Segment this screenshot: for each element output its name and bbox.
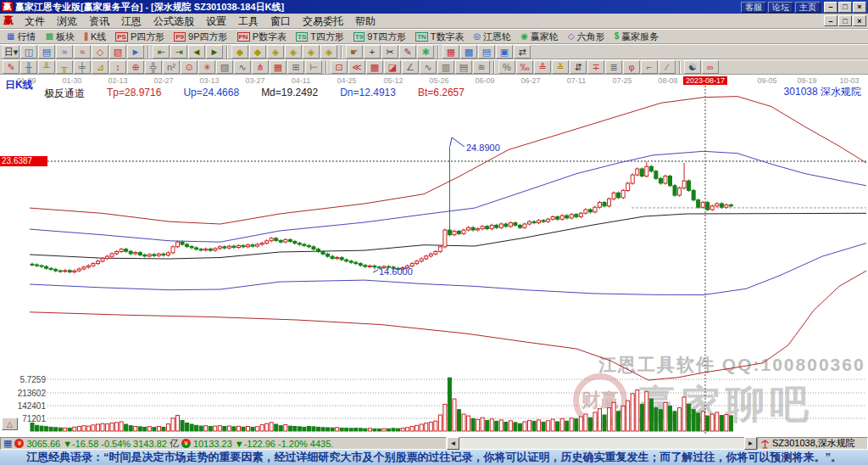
- indicator-grid-icon[interactable]: ▧: [109, 45, 126, 59]
- last-bar-icon[interactable]: ⇥: [170, 45, 187, 59]
- golden-up-icon[interactable]: ≙: [534, 60, 551, 74]
- angle-tool-icon[interactable]: ⊿: [92, 60, 108, 74]
- gann-square-6-icon[interactable]: ◈: [320, 45, 337, 59]
- calculator-tool-icon[interactable]: ▩: [460, 45, 477, 59]
- fork-tool-icon[interactable]: ⋔: [252, 60, 269, 74]
- menu-item-帮助[interactable]: 帮助: [349, 14, 381, 28]
- gann-square-2-icon[interactable]: ◆: [249, 45, 266, 59]
- step-tool-icon[interactable]: ⌐: [641, 60, 658, 74]
- chart-region[interactable]: 江恩工具软件 QQ:100800360 财赢 赢家聊吧 01-0901-3002…: [0, 75, 868, 436]
- fib-grid-icon[interactable]: ▦: [270, 60, 287, 74]
- menu-item-交易委托[interactable]: 交易委托: [297, 14, 349, 28]
- period-day-dropdown-icon[interactable]: 日▾: [3, 45, 19, 59]
- report-tool-icon[interactable]: ▤: [478, 45, 495, 59]
- wave-line-icon[interactable]: ∿: [420, 60, 437, 74]
- chart-hscrollbar[interactable]: ◄ ►: [447, 437, 757, 450]
- minimize-button[interactable]: –: [824, 15, 837, 26]
- titlebar-link-客服[interactable]: 客服: [741, 2, 766, 13]
- menu-item-江恩[interactable]: 江恩: [115, 14, 147, 28]
- gann-square-4-icon[interactable]: ◈: [285, 45, 302, 59]
- close-button[interactable]: ×: [853, 2, 866, 13]
- trend-line-blue-icon[interactable]: ≈: [56, 45, 73, 59]
- crosshair-tool-icon[interactable]: +: [364, 45, 381, 59]
- levels-tool-icon[interactable]: ≣: [605, 60, 622, 74]
- minimize-button[interactable]: –: [824, 2, 837, 13]
- scroll-track[interactable]: [459, 437, 744, 450]
- price-scale-icon[interactable]: ╪: [74, 60, 91, 74]
- ruler-grid-icon[interactable]: ╬: [145, 60, 162, 74]
- grid-dense-icon[interactable]: ▥: [437, 60, 454, 74]
- cut-tool-icon[interactable]: ✂: [381, 45, 398, 59]
- toolbar-button-winner-wheel[interactable]: ◉赢家轮: [516, 30, 563, 43]
- target-tool-icon[interactable]: ⊙: [181, 60, 198, 74]
- draw-pen-icon[interactable]: ✎: [3, 60, 19, 74]
- star-tool-icon[interactable]: ✳: [198, 60, 215, 74]
- gann-grid-icon[interactable]: ╫: [20, 60, 37, 74]
- permille-tool-icon[interactable]: ‰: [516, 60, 533, 74]
- wave-tool-icon[interactable]: ∿: [234, 60, 251, 74]
- toolbar-button-gann-wheel[interactable]: ◎江恩轮: [470, 30, 516, 43]
- mesh-tool-icon[interactable]: ▩: [366, 60, 383, 74]
- kline-chart[interactable]: [0, 75, 868, 436]
- gann-square-5-icon[interactable]: ◈: [303, 45, 320, 59]
- shanghai-index-icon[interactable]: ¥: [14, 439, 24, 448]
- candle-style-icon[interactable]: ◇: [92, 45, 108, 59]
- market-grid-icon[interactable]: ▦: [3, 438, 12, 449]
- toolbar-button-hexagon[interactable]: ◇六角形: [564, 30, 609, 43]
- updown-tool-icon[interactable]: ⇵: [570, 60, 587, 74]
- taiji-tool-icon[interactable]: ☯: [684, 60, 701, 74]
- gann-square-3-icon[interactable]: ◈: [267, 45, 284, 59]
- measure-tool-icon[interactable]: ⊢: [305, 60, 322, 74]
- box-grid-icon[interactable]: ⊞: [287, 60, 304, 74]
- fan-lines-icon[interactable]: ≪: [348, 60, 365, 74]
- scroll-left-button[interactable]: ◄: [447, 437, 459, 450]
- first-bar-icon[interactable]: ⇤: [153, 45, 170, 59]
- titlebar-link-论坛[interactable]: 论坛: [768, 2, 793, 13]
- menu-item-窗口[interactable]: 窗口: [264, 14, 297, 28]
- corner-tool-icon[interactable]: ◪: [384, 60, 401, 74]
- play-flag-icon[interactable]: ►: [127, 45, 144, 59]
- menu-item-资讯[interactable]: 资讯: [83, 14, 115, 28]
- toolbar-button-t-square[interactable]: TST四方形: [292, 30, 348, 43]
- balance-tool-icon[interactable]: ∓: [587, 60, 604, 74]
- multi-line-icon[interactable]: ≋: [473, 60, 490, 74]
- golden-down-icon[interactable]: ≚: [552, 60, 569, 74]
- restore-button[interactable]: □: [838, 15, 852, 26]
- slope-tool-icon[interactable]: ∕: [659, 60, 676, 74]
- trend-line-red-icon[interactable]: ≈: [74, 45, 91, 59]
- rotate-tool-icon[interactable]: ↕: [109, 60, 126, 74]
- hand-tool-icon[interactable]: ☛: [346, 45, 363, 59]
- toolbar-button-p-square[interactable]: PSP四方形: [111, 30, 169, 43]
- grid-wide-icon[interactable]: ▤: [455, 60, 472, 74]
- menu-item-设置[interactable]: 设置: [200, 14, 232, 28]
- info-panel-icon[interactable]: ▤: [38, 45, 55, 59]
- toolbar-button-t-table[interactable]: TNT数字表: [411, 30, 468, 43]
- toolbar-button-9p-square[interactable]: P99P四方形: [170, 30, 231, 43]
- frame-tool-icon[interactable]: ⊡: [331, 60, 348, 74]
- compass-tool-icon[interactable]: ⊕: [127, 60, 144, 74]
- toolbar-button-quotes[interactable]: ▦行情: [3, 30, 40, 43]
- phi-tool-icon[interactable]: φ: [623, 60, 640, 74]
- angle-line-icon[interactable]: ∠: [402, 60, 419, 74]
- calendar-tool-icon[interactable]: ▦: [442, 45, 459, 59]
- next-bar-icon[interactable]: ►: [206, 45, 223, 59]
- square-top-icon[interactable]: ╨: [38, 60, 55, 74]
- toolbar-button-9t-square[interactable]: T99T四方形: [349, 30, 410, 43]
- shade-tool-icon[interactable]: ▨: [216, 60, 233, 74]
- restore-button[interactable]: □: [838, 2, 852, 13]
- save-tool-icon[interactable]: ▣: [496, 45, 513, 59]
- volume-toggle-button[interactable]: △: [2, 417, 18, 430]
- menu-item-浏览[interactable]: 浏览: [51, 14, 83, 28]
- toolbar-button-kline[interactable]: ∥K线: [80, 30, 110, 43]
- infinity-tool-icon[interactable]: ∞: [702, 60, 719, 74]
- toolbar-button-p-table[interactable]: PNP数字表: [233, 30, 291, 43]
- wheel-tool-icon[interactable]: ✱: [417, 45, 434, 59]
- shenzhen-index-icon[interactable]: ¥: [181, 439, 191, 448]
- menu-item-公式选股[interactable]: 公式选股: [147, 14, 200, 28]
- toolbar-button-sectors[interactable]: ▩板块: [41, 30, 78, 43]
- toolbar-button-winner-service[interactable]: $赢家服务: [610, 30, 664, 43]
- layout-windows-icon[interactable]: ◫: [20, 45, 37, 59]
- prev-bar-icon[interactable]: ◄: [188, 45, 205, 59]
- gann-square-1-icon[interactable]: ◆: [231, 45, 248, 59]
- pen-tool-icon[interactable]: ✎: [399, 45, 416, 59]
